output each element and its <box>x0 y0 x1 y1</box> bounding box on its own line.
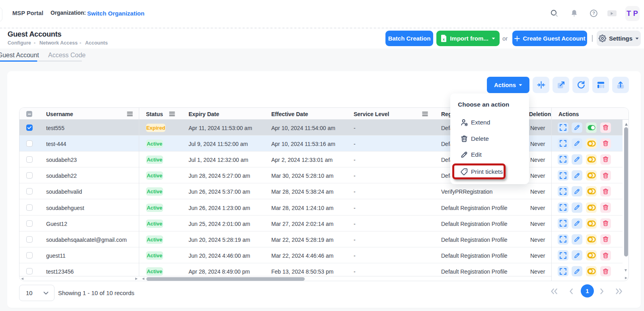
svg-text:?: ? <box>592 11 595 16</box>
svg-text:x: x <box>443 37 445 41</box>
